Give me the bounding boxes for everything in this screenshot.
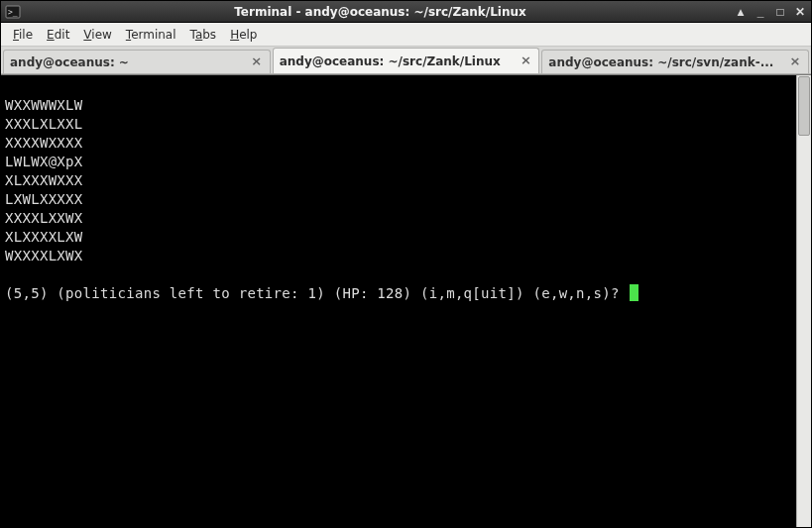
menu-tabs[interactable]: Tabs [184,25,223,45]
window-controls: ▴ _ □ ✕ [734,5,807,19]
tab-2[interactable]: andy@oceanus: ~/src/Zank/Linux × [273,48,540,73]
map-row: XXXLXLXXL [5,116,83,132]
terminal-output[interactable]: WXXWWWXLW XXXLXLXXL XXXXWXXXX LWLWX@XpX … [1,75,796,527]
minimize-button[interactable]: _ [754,5,767,19]
svg-text:>_: >_ [8,8,18,17]
tab-label: andy@oceanus: ~/src/svn/zank-... [548,55,784,69]
tab-1[interactable]: andy@oceanus: ~ × [3,50,271,73]
close-button[interactable]: ✕ [793,5,807,19]
menubar: File Edit View Terminal Tabs Help [1,23,811,47]
titlebar[interactable]: >_ Terminal - andy@oceanus: ~/src/Zank/L… [1,1,811,23]
menu-edit[interactable]: Edit [41,25,75,45]
tab-label: andy@oceanus: ~/src/Zank/Linux [280,54,516,68]
tab-3[interactable]: andy@oceanus: ~/src/svn/zank-... × [541,50,809,73]
tab-close-icon[interactable]: × [250,55,264,69]
shade-button[interactable]: ▴ [734,5,748,19]
tab-label: andy@oceanus: ~ [10,55,246,69]
status-line: (5,5) (politicians left to retire: 1) (H… [5,285,628,301]
map-row: XLXXXXLXW [5,229,83,245]
tabbar: andy@oceanus: ~ × andy@oceanus: ~/src/Za… [1,47,811,74]
map-row: XXXXLXXWX [5,210,83,226]
terminal-area: WXXWWWXLW XXXLXLXXL XXXXWXXXX LWLWX@XpX … [1,74,811,527]
menu-help[interactable]: Help [224,25,263,45]
map-row: WXXWWWXLW [5,97,83,113]
terminal-window: >_ Terminal - andy@oceanus: ~/src/Zank/L… [0,0,812,528]
tab-close-icon[interactable]: × [788,55,802,69]
maximize-button[interactable]: □ [773,5,787,19]
scroll-thumb[interactable] [798,76,810,136]
map-row: LXWLXXXXX [5,191,83,207]
menu-terminal[interactable]: Terminal [120,25,182,45]
map-row: XXXXWXXXX [5,135,83,151]
map-row: LWLWX@XpX [5,154,83,169]
menu-file-label: F [13,28,19,42]
window-title: Terminal - andy@oceanus: ~/src/Zank/Linu… [27,5,734,19]
menu-file[interactable]: File [7,25,39,45]
cursor-icon [630,284,638,301]
map-row: WXXXXLXWX [5,248,83,264]
menu-view[interactable]: View [77,25,117,45]
map-row: XLXXXWXXX [5,172,83,188]
terminal-app-icon: >_ [5,4,21,20]
blank-line [5,78,14,94]
tab-close-icon[interactable]: × [519,54,532,68]
scrollbar[interactable] [796,75,811,527]
